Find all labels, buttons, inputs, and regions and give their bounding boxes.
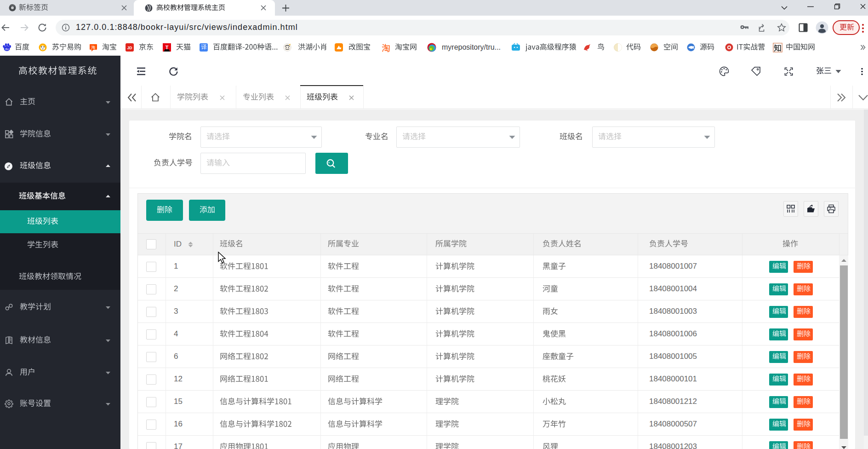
svg-text:T: T (166, 45, 169, 50)
svg-text:du: du (5, 47, 9, 51)
svg-text:淘: 淘 (91, 45, 96, 50)
svg-text:JD: JD (127, 46, 132, 50)
